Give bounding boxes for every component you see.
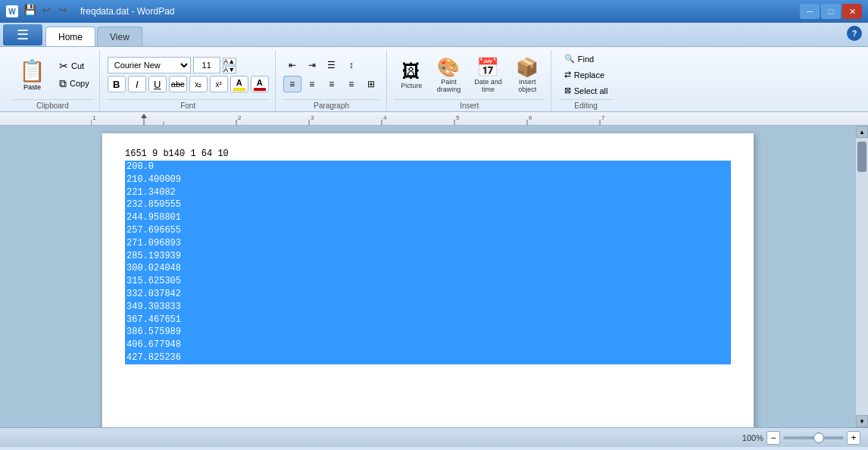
cut-button[interactable]: ✂ Cut: [55, 58, 93, 74]
redo-button[interactable]: ↪: [56, 3, 70, 17]
font-shrink-button[interactable]: A▼: [223, 66, 236, 73]
doc-line-13: 386.575989: [125, 326, 731, 339]
cut-icon: ✂: [59, 60, 68, 72]
minimize-button[interactable]: ─: [800, 4, 820, 19]
svg-text:4: 4: [383, 114, 387, 121]
save-button[interactable]: 💾: [23, 3, 36, 17]
ruler-svg: // Generated inline tick marks via SVG 1…: [91, 112, 823, 126]
svg-text:7: 7: [601, 114, 605, 121]
close-button[interactable]: ✕: [842, 4, 862, 19]
paste-button[interactable]: 📋 Paste: [12, 55, 52, 95]
paint-button[interactable]: 🎨 Paintdrawing: [432, 53, 467, 97]
doc-line-0: 200.0: [125, 161, 731, 173]
tab-home[interactable]: Home: [45, 27, 95, 46]
strikethrough-button[interactable]: abc: [169, 76, 187, 92]
font-grow-button[interactable]: A▲: [223, 58, 236, 65]
vertical-scrollbar[interactable]: ▲ ▼: [856, 126, 868, 427]
tab-bar: ☰ Home View ?: [0, 23, 868, 47]
document-area: 1651 9 b140 1 64 10200.0210.400009221.34…: [0, 126, 868, 427]
datetime-button[interactable]: 📅 Date andtime: [469, 53, 507, 97]
doc-line-10: 332.037842: [125, 288, 731, 301]
scroll-up-button[interactable]: ▲: [856, 126, 868, 138]
doc-line-2: 221.34082: [125, 186, 731, 199]
select-all-button[interactable]: ⊠ Select all: [559, 83, 614, 98]
redo-icon: ↪: [58, 4, 67, 16]
undo-button[interactable]: ↩: [39, 3, 53, 17]
app-menu-button[interactable]: ☰: [3, 24, 42, 45]
status-bar: 100% − +: [0, 427, 868, 447]
font-size-input[interactable]: [193, 57, 220, 73]
doc-line-15: 427.825236: [125, 352, 731, 364]
find-button[interactable]: 🔍 Find: [559, 52, 614, 66]
insert-object-label: Insertobject: [518, 78, 536, 93]
line-spacing-button[interactable]: ↕: [342, 57, 361, 73]
more-para-button[interactable]: ⊞: [362, 76, 380, 92]
datetime-icon: 📅: [476, 57, 499, 78]
svg-text:6: 6: [529, 114, 532, 121]
find-icon: 🔍: [564, 54, 575, 64]
font-color-button[interactable]: A: [251, 76, 269, 92]
font-name-select[interactable]: Courier New: [108, 57, 191, 73]
replace-label: Replace: [574, 70, 604, 80]
align-right-button[interactable]: ≡: [323, 76, 341, 92]
zoom-slider[interactable]: [783, 436, 844, 439]
align-center-button[interactable]: ≡: [303, 76, 321, 92]
help-button[interactable]: ?: [847, 26, 862, 41]
insert-object-button[interactable]: 📦 Insertobject: [510, 53, 545, 97]
highlight-color-button[interactable]: A: [230, 76, 248, 92]
paragraph-label: Paragraph: [283, 99, 380, 110]
copy-button[interactable]: ⧉ Copy: [55, 75, 93, 92]
doc-line-9: 315.625305: [125, 275, 731, 288]
editing-label: Editing: [559, 99, 614, 110]
align-left-button[interactable]: ≡: [283, 76, 301, 92]
find-label: Find: [578, 55, 594, 64]
picture-button[interactable]: 🖼 Picture: [395, 57, 429, 93]
insert-content: 🖼 Picture 🎨 Paintdrawing 📅 Date andtime …: [395, 52, 545, 98]
svg-text:1: 1: [92, 114, 96, 121]
tab-view[interactable]: View: [97, 27, 142, 46]
save-icon: 💾: [23, 4, 36, 16]
doc-line-7: 285.193939: [125, 250, 731, 263]
doc-line-8: 300.024048: [125, 262, 731, 275]
para-section: ⇤ ⇥ ☰ ↕ ≡ ≡ ≡ ≡ ⊞: [283, 57, 380, 92]
underline-button[interactable]: U: [148, 76, 167, 92]
bold-button[interactable]: B: [108, 76, 126, 92]
doc-line-12: 367.467651: [125, 314, 731, 327]
zoom-out-button[interactable]: −: [767, 431, 780, 445]
decrease-indent-button[interactable]: ⇤: [283, 57, 301, 73]
zoom-controls: 100% − +: [742, 431, 860, 445]
italic-button[interactable]: I: [128, 76, 146, 92]
ribbon: 📋 Paste ✂ Cut ⧉ Copy Clipboard: [0, 47, 868, 112]
document-page[interactable]: 1651 9 b140 1 64 10200.0210.400009221.34…: [102, 133, 754, 427]
clipboard-group: 📋 Paste ✂ Cut ⧉ Copy Clipboard: [6, 50, 100, 111]
clipboard-side: ✂ Cut ⧉ Copy: [55, 58, 93, 92]
maximize-button[interactable]: □: [821, 4, 841, 19]
title-bar: W 💾 ↩ ↪ freqdata.dat - WordPad ─ □ ✕: [0, 0, 868, 23]
font-label: Font: [108, 99, 269, 110]
svg-text:3: 3: [311, 114, 314, 121]
scroll-down-button[interactable]: ▼: [856, 415, 868, 427]
align-justify-button[interactable]: ≡: [342, 76, 361, 92]
clipboard-content: 📋 Paste ✂ Cut ⧉ Copy: [12, 52, 93, 98]
increase-indent-button[interactable]: ⇥: [303, 57, 321, 73]
para-row1: ⇤ ⇥ ☰ ↕: [283, 57, 380, 73]
zoom-thumb[interactable]: [813, 433, 824, 443]
paint-icon: 🎨: [437, 57, 460, 78]
scroll-track[interactable]: [856, 138, 868, 415]
clipboard-label: Clipboard: [12, 99, 93, 110]
app-icon: W: [6, 5, 18, 17]
subscript-button[interactable]: x₂: [189, 76, 208, 92]
superscript-button[interactable]: x²: [210, 76, 228, 92]
doc-line-3: 232.850555: [125, 198, 731, 211]
svg-marker-16: [141, 114, 147, 118]
document-scroll[interactable]: 1651 9 b140 1 64 10200.0210.400009221.34…: [0, 126, 856, 427]
para-row2: ≡ ≡ ≡ ≡ ⊞: [283, 76, 380, 92]
select-all-icon: ⊠: [564, 86, 571, 95]
doc-first-line: 1651 9 b140 1 64 10: [125, 148, 731, 159]
scroll-thumb[interactable]: [857, 142, 866, 172]
zoom-in-button[interactable]: +: [847, 431, 860, 445]
doc-line-6: 271.096893: [125, 237, 731, 250]
replace-button[interactable]: ⇄ Replace: [559, 67, 614, 82]
bullets-button[interactable]: ☰: [323, 57, 341, 73]
window-controls: ─ □ ✕: [800, 4, 862, 19]
